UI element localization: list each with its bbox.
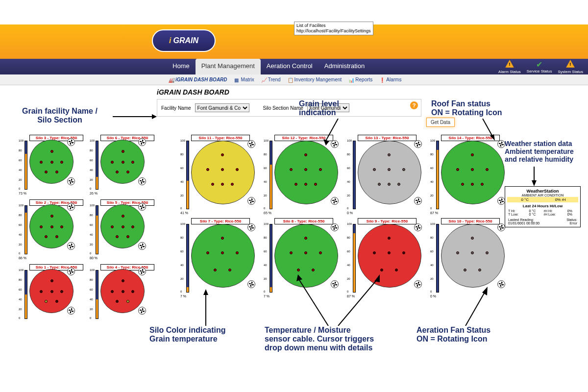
silo-label: Silo 7 - Type: Rice-550 [191, 218, 250, 224]
weather-rh: 0% rH [543, 197, 579, 202]
aeration-fan-icon [247, 280, 255, 288]
aeration-fan-icon [138, 242, 146, 250]
silo-circle[interactable] [441, 224, 505, 288]
silo-7[interactable]: Silo 7 - Type: Rice-550 100806040200 7 % [191, 218, 250, 224]
level-percent: 41 % [180, 211, 188, 215]
header-bar: i GRAIN List of Facilites http://localho… [0, 24, 588, 59]
level-percent: 0 % [430, 294, 436, 298]
silo-6[interactable]: Silo 6 - Type: Rice-550 100806040200 26 … [100, 135, 154, 141]
nav-admin[interactable]: Administration [318, 59, 370, 74]
nav-plant-management[interactable]: Plant Management [196, 59, 261, 74]
page-title: iGRAIN DASH BOARD [157, 88, 588, 96]
service-status[interactable]: ✔ Service Status [527, 60, 552, 74]
get-data-button[interactable]: Get Data [426, 118, 455, 127]
silo-1[interactable]: Silo 1 - Type: Rice-550 100806040200 [29, 264, 83, 270]
subnav-inventory[interactable]: 📋Inventory Mangement [286, 77, 344, 82]
level-percent: 0 % [347, 211, 353, 215]
silo-14[interactable]: Silo 14 - Type: Rice-550 100806040200 87… [441, 135, 500, 141]
silo-circle[interactable] [29, 204, 74, 248]
level-gauge: 100806040200 [19, 141, 27, 190]
sub-nav: 🏭iGRAIN DASH BOARD ▦Matrix 📈Trend 📋Inven… [0, 74, 588, 85]
level-gauge: 100806040200 [90, 205, 98, 254]
subnav-trend[interactable]: 📈Trend [259, 77, 283, 82]
silo-circle[interactable] [441, 141, 505, 204]
status-icons: ! Alarm Status ✔ Service Status ! System… [498, 60, 583, 74]
help-icon[interactable]: ? [410, 101, 418, 109]
weather-station: WeatherStation AMBIENT AIR CONDITION 0 °… [505, 186, 581, 227]
silo-circle[interactable] [191, 141, 255, 204]
subnav-reports[interactable]: 📊Reports [346, 77, 374, 82]
roof-fan-icon [138, 138, 146, 146]
silo-circle[interactable] [29, 269, 74, 313]
level-gauge: 100806040200 [430, 224, 439, 293]
inventory-icon: 📋 [288, 77, 294, 82]
roof-fan-icon [247, 140, 255, 148]
silo-circle[interactable] [100, 269, 145, 313]
roof-fan-icon [331, 140, 339, 148]
weather-title: WeatherStation [507, 189, 578, 194]
aeration-fan-icon [497, 197, 505, 205]
silo-4[interactable]: Silo 4 - Type: Rice-550 100806040200 [100, 264, 154, 270]
alarm-icon: ❗ [379, 77, 385, 82]
nav-aeration[interactable]: Aeration Control [261, 59, 318, 74]
silo-8[interactable]: Silo 8 - Type: Rice-550 100806040200 7 % [274, 218, 333, 224]
silo-label: Silo 14 - Type: Rice-550 [441, 135, 500, 141]
subnav-matrix[interactable]: ▦Matrix [232, 77, 256, 82]
level-percent: 26 % [90, 192, 98, 195]
nav-home[interactable]: Home [167, 59, 196, 74]
aeration-fan-icon [138, 177, 146, 185]
roof-fan-icon [67, 268, 75, 275]
level-gauge: 100806040200 [180, 224, 189, 293]
aeration-fan-icon [331, 280, 339, 288]
silo-12[interactable]: Silo 12 - Type: Rice-550 100806040200 65… [274, 135, 333, 141]
system-status[interactable]: ! System Status [558, 60, 583, 74]
silo-section-select[interactable]: Font Gamundi [307, 103, 349, 112]
silo-11[interactable]: Silo 11 - Type: Rice-550 100806040200 41… [191, 135, 250, 141]
weather-last-table: Lastest Reading:Status: 01/01/0001 00:00… [507, 218, 578, 225]
roof-fan-icon [497, 140, 505, 148]
silo-circle[interactable] [29, 140, 74, 184]
roof-fan-icon [414, 140, 422, 148]
silo-3[interactable]: Silo 3 - Type: Rice-550 100806040200 73 … [29, 135, 83, 141]
silo-circle[interactable] [358, 224, 421, 288]
facility-name-select[interactable]: Font Gamundi & Co [195, 103, 249, 112]
svg-text:!: ! [509, 61, 510, 67]
silo-13[interactable]: Silo 13 - Type: Rice-550 100806040200 0 … [358, 135, 416, 141]
warning-icon: ! [566, 60, 575, 68]
check-icon: ✔ [527, 60, 552, 69]
level-percent: 7 % [264, 294, 270, 298]
dashboard-icon: 🏭 [169, 77, 174, 82]
level-gauge: 100806040200 [347, 141, 356, 209]
silo-circle[interactable] [191, 224, 255, 288]
roof-fan-icon [138, 203, 146, 211]
svg-line-6 [483, 119, 492, 136]
level-gauge: 100806040200 [180, 141, 189, 209]
subnav-alarms[interactable]: ❗Alarms [377, 77, 403, 82]
silo-section-label: Silo Section Name [263, 105, 303, 111]
silo-circle[interactable] [358, 141, 421, 204]
roof-fan-icon [247, 223, 255, 231]
silo-5[interactable]: Silo 5 - Type: Rice-550 100806040200 80 … [100, 199, 154, 206]
level-percent: 86 % [19, 256, 26, 260]
silo-circle[interactable] [274, 224, 338, 288]
silo-circle[interactable] [100, 204, 145, 248]
silo-10[interactable]: Silo 10 - Type: Rice-550 100806040200 0 … [441, 218, 500, 224]
subnav-dashboard[interactable]: 🏭iGRAIN DASH BOARD [167, 77, 229, 82]
silo-9[interactable]: Silo 9 - Type: Rice-550 100806040200 87 … [358, 218, 416, 224]
silo-grid: Silo 3 - Type: Rice-550 100806040200 73 … [10, 135, 583, 387]
svg-text:!: ! [570, 61, 571, 67]
aeration-fan-icon [497, 280, 505, 288]
silo-circle[interactable] [100, 140, 145, 184]
controls-bar: Facility Name Font Gamundi & Co Silo Sec… [157, 99, 421, 117]
reports-icon: 📊 [348, 77, 354, 82]
level-gauge: 100806040200 [90, 270, 98, 319]
logo-i: i [169, 36, 171, 45]
alarm-status[interactable]: ! Alarm Status [498, 60, 521, 74]
level-gauge: 100806040200 [90, 141, 98, 190]
roof-fan-icon [414, 223, 422, 231]
weather-subtitle: AMBIENT AIR CONDITION [507, 194, 578, 197]
aeration-fan-icon [414, 197, 422, 205]
silo-label: Silo 9 - Type: Rice-550 [358, 218, 416, 224]
silo-circle[interactable] [274, 141, 338, 204]
silo-2[interactable]: Silo 2 - Type: Rice-550 100806040200 86 … [29, 199, 83, 206]
